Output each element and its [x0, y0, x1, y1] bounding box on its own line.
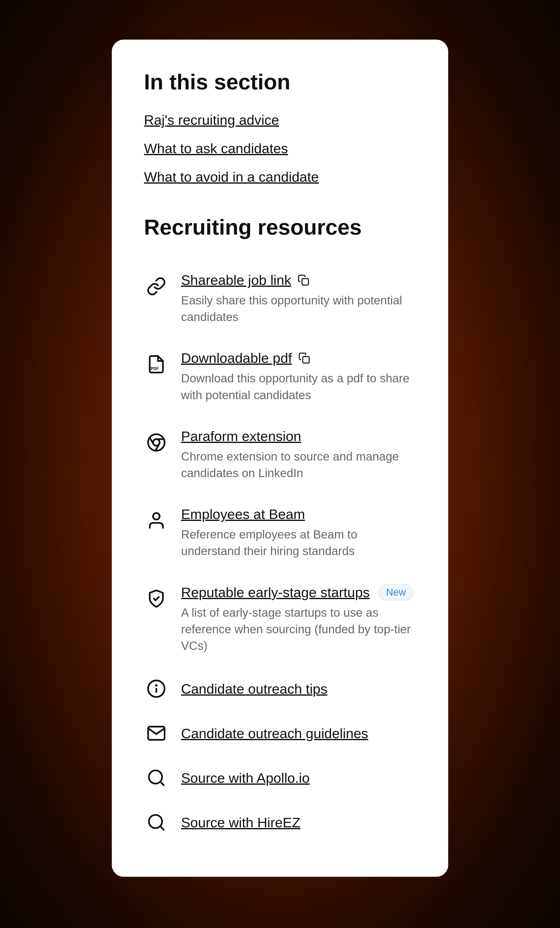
search-icon	[144, 810, 169, 835]
resource-content: Paraform extension Chrome extension to s…	[181, 428, 416, 481]
search-icon	[144, 765, 169, 790]
list-item: Employees at Beam Reference employees at…	[144, 494, 416, 572]
list-item: Candidate outreach tips	[144, 666, 416, 711]
paraform-extension-desc: Chrome extension to source and manage ca…	[181, 448, 416, 481]
list-item: Source with Apollo.io	[144, 756, 416, 800]
resource-header: Employees at Beam	[181, 506, 416, 522]
section-title: In this section	[144, 69, 416, 95]
list-item: Paraform extension Chrome extension to s…	[144, 416, 416, 494]
svg-line-16	[160, 826, 164, 830]
resource-content: Employees at Beam Reference employees at…	[181, 506, 416, 559]
resource-content: Downloadable pdf Download this opportuni…	[181, 350, 416, 403]
chrome-icon	[144, 430, 169, 455]
source-hireez-link[interactable]: Source with HireEZ	[181, 814, 300, 830]
reputable-startups-desc: A list of early-stage startups to use as…	[181, 604, 416, 654]
resources-title: Recruiting resources	[144, 215, 416, 240]
resource-header: Paraform extension	[181, 428, 416, 444]
nav-links: Raj's recruiting advice What to ask cand…	[144, 112, 416, 185]
reputable-startups-link[interactable]: Reputable early-stage startups	[181, 584, 370, 600]
source-apollo-link[interactable]: Source with Apollo.io	[181, 770, 310, 786]
link-icon	[144, 274, 169, 299]
resource-content: Reputable early-stage startups New A lis…	[181, 584, 416, 654]
new-badge: New	[379, 584, 413, 600]
downloadable-pdf-link[interactable]: Downloadable pdf	[181, 350, 292, 366]
pdf-icon: PDF	[144, 352, 169, 377]
resource-header: Reputable early-stage startups New	[181, 584, 416, 600]
downloadable-pdf-desc: Download this opportunity as a pdf to sh…	[181, 370, 416, 403]
shareable-job-link[interactable]: Shareable job link	[181, 272, 291, 288]
nav-link-what-to-ask[interactable]: What to ask candidates	[144, 140, 416, 156]
list-item: Shareable job link Easily share this opp…	[144, 259, 416, 337]
main-card: In this section Raj's recruiting advice …	[112, 40, 448, 877]
candidate-outreach-tips-link[interactable]: Candidate outreach tips	[181, 681, 327, 697]
paraform-extension-link[interactable]: Paraform extension	[181, 428, 301, 444]
nav-link-rajs-advice[interactable]: Raj's recruiting advice	[144, 112, 416, 128]
list-item: Source with HireEZ	[144, 800, 416, 845]
svg-line-14	[160, 782, 164, 786]
svg-rect-0	[302, 279, 309, 285]
shareable-job-link-desc: Easily share this opportunity with poten…	[181, 292, 416, 325]
info-icon	[144, 676, 169, 701]
svg-point-12	[156, 685, 157, 686]
nav-link-what-to-avoid[interactable]: What to avoid in a candidate	[144, 169, 416, 185]
list-item: Reputable early-stage startups New A lis…	[144, 572, 416, 667]
resource-list: Shareable job link Easily share this opp…	[144, 259, 416, 845]
svg-point-8	[153, 513, 160, 520]
resource-header: Shareable job link	[181, 272, 416, 288]
candidate-outreach-guidelines-link[interactable]: Candidate outreach guidelines	[181, 725, 368, 742]
mail-icon	[144, 721, 169, 746]
shield-icon	[144, 586, 169, 611]
person-icon	[144, 508, 169, 533]
list-item: Candidate outreach guidelines	[144, 711, 416, 756]
list-item: PDF Downloadable pdf Download this oppor…	[144, 337, 416, 415]
employees-at-beam-desc: Reference employees at Beam to understan…	[181, 526, 416, 559]
copy-icon[interactable]	[297, 274, 310, 287]
svg-text:PDF: PDF	[151, 366, 159, 371]
copy-icon[interactable]	[298, 352, 310, 365]
resource-content: Shareable job link Easily share this opp…	[181, 272, 416, 325]
employees-at-beam-link[interactable]: Employees at Beam	[181, 506, 305, 522]
svg-rect-2	[303, 357, 309, 363]
resource-header: Downloadable pdf	[181, 350, 416, 366]
